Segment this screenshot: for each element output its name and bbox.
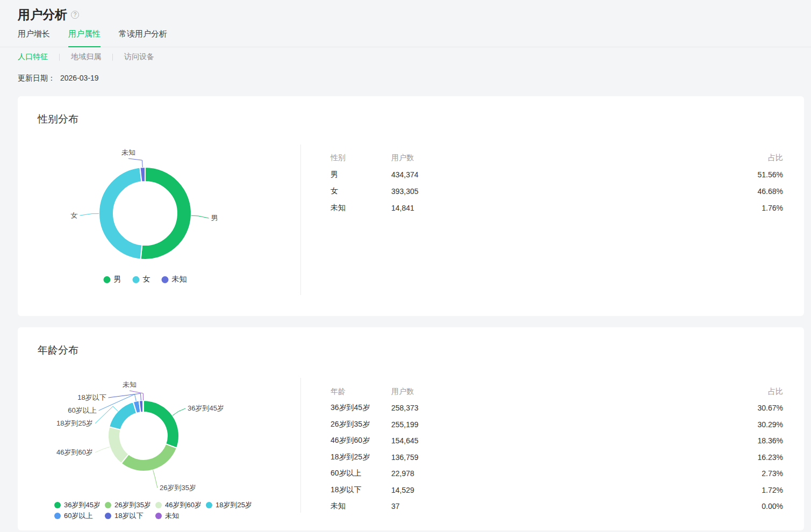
legend-label: 18岁到25岁 — [216, 500, 252, 510]
tab-user-attributes[interactable]: 用户属性 — [68, 29, 101, 47]
legend-label: 18岁以下 — [114, 511, 143, 521]
legend-item-26to35[interactable]: 26岁到35岁 — [105, 500, 155, 510]
col-gender: 性别 — [331, 153, 391, 163]
gender-donut-svg[interactable] — [18, 128, 300, 316]
table-row: 未知 37 0.00% — [331, 498, 783, 515]
legend-item-female[interactable]: 女 — [133, 275, 150, 284]
legend-dot — [155, 513, 162, 519]
age-card-title: 年龄分布 — [38, 343, 78, 357]
pie-label-unknown: 未知 — [121, 148, 135, 157]
tab-bar: 用户增长 用户属性 常读用户分析 — [0, 29, 811, 47]
legend-label: 未知 — [165, 511, 179, 521]
col-ratio: 占比 — [768, 153, 783, 163]
legend-item-under18[interactable]: 18岁以下 — [105, 511, 155, 521]
legend-item-over60[interactable]: 60岁以上 — [54, 511, 105, 521]
age-legend: 36岁到45岁 26岁到35岁 46岁到60岁 18岁到25岁 60岁以上 18… — [54, 500, 256, 521]
legend-label: 男 — [114, 275, 121, 284]
age-table: 年龄 用户数 占比 36岁到45岁 258,373 30.67% 26岁到35岁… — [301, 360, 804, 530]
legend-dot — [105, 513, 111, 519]
gender-donut-chart[interactable]: 未知 女 男 男 女 未知 — [18, 128, 300, 316]
divider — [112, 54, 113, 61]
legend-dot — [54, 513, 61, 519]
pie-label-26to35: 26岁到35岁 — [160, 483, 196, 493]
age-donut-chart[interactable]: 未知 18岁以下 60岁以上 18岁到25岁 46岁到60岁 26岁到35岁 3… — [18, 360, 300, 530]
table-header: 性别 用户数 占比 — [331, 150, 783, 166]
col-users: 用户数 — [391, 387, 768, 397]
tab-user-growth[interactable]: 用户增长 — [18, 29, 50, 47]
legend-item-unknown[interactable]: 未知 — [155, 511, 206, 521]
table-row: 18岁到25岁 136,759 16.23% — [331, 449, 783, 466]
update-date-row: 更新日期：2026-03-19 — [0, 74, 811, 83]
divider — [59, 54, 60, 61]
pie-label-over60: 60岁以上 — [68, 406, 96, 415]
subnav-region[interactable]: 地域归属 — [71, 52, 101, 62]
legend-label: 26岁到35岁 — [114, 500, 151, 510]
gender-legend: 男 女 未知 — [104, 275, 187, 284]
page-title: 用户分析 — [18, 7, 67, 22]
table-row: 男 434,374 51.56% — [331, 166, 783, 183]
legend-dot — [162, 276, 169, 283]
legend-dot — [104, 276, 111, 283]
legend-dot — [54, 502, 61, 508]
subnav: 人口特征 地域归属 访问设备 — [0, 52, 811, 62]
table-row: 36岁到45岁 258,373 30.67% — [331, 400, 783, 416]
subnav-demographics[interactable]: 人口特征 — [18, 52, 48, 62]
subnav-devices[interactable]: 访问设备 — [124, 52, 154, 62]
legend-dot — [133, 276, 140, 283]
table-row: 60岁以上 22,978 2.73% — [331, 465, 783, 482]
pie-label-18to25: 18岁到25岁 — [56, 419, 93, 428]
age-distribution-card: 年龄分布 未知 18岁以下 60岁以上 18岁到25岁 46岁到60岁 26岁到… — [18, 327, 804, 530]
gender-card-title: 性别分布 — [38, 112, 78, 126]
legend-item-36to45[interactable]: 36岁到45岁 — [54, 500, 105, 510]
legend-item-18to25[interactable]: 18岁到25岁 — [206, 500, 256, 510]
col-users: 用户数 — [391, 153, 768, 163]
legend-dot — [155, 502, 162, 508]
pie-label-unknown: 未知 — [123, 380, 137, 390]
col-age: 年龄 — [331, 387, 391, 397]
pie-label-36to45: 36岁到45岁 — [188, 404, 224, 413]
pie-label-female: 女 — [71, 211, 78, 220]
pie-label-under18: 18岁以下 — [77, 393, 106, 402]
table-row: 女 393,305 46.68% — [331, 183, 783, 199]
gender-distribution-card: 性别分布 未知 女 男 男 女 未知 性别 用户数 占比 男 434,374 5… — [18, 96, 804, 316]
gender-table: 性别 用户数 占比 男 434,374 51.56% 女 393,305 46.… — [301, 128, 804, 316]
table-row: 未知 14,841 1.76% — [331, 199, 783, 216]
legend-label: 未知 — [172, 275, 187, 284]
update-date-value: 2026-03-19 — [60, 74, 99, 82]
pie-label-46to60: 46岁到60岁 — [56, 448, 93, 457]
table-row: 18岁以下 14,529 1.72% — [331, 482, 783, 499]
legend-item-unknown[interactable]: 未知 — [162, 275, 187, 284]
legend-label: 60岁以上 — [64, 511, 92, 521]
legend-label: 36岁到45岁 — [64, 500, 101, 510]
table-header: 年龄 用户数 占比 — [331, 384, 783, 400]
tab-frequent-reader-analysis[interactable]: 常读用户分析 — [119, 29, 167, 47]
legend-dot — [105, 502, 111, 508]
help-icon[interactable]: ? — [71, 11, 79, 19]
col-ratio: 占比 — [768, 387, 783, 397]
legend-item-male[interactable]: 男 — [104, 275, 121, 284]
table-row: 46岁到60岁 154,645 18.36% — [331, 433, 783, 449]
page-header: 用户分析 ? — [0, 0, 811, 22]
legend-label: 46岁到60岁 — [165, 500, 202, 510]
pie-label-male: 男 — [211, 213, 218, 223]
table-row: 26岁到35岁 255,199 30.29% — [331, 416, 783, 433]
legend-item-46to60[interactable]: 46岁到60岁 — [155, 500, 206, 510]
update-date-label: 更新日期： — [18, 74, 55, 82]
legend-label: 女 — [143, 275, 150, 284]
legend-dot — [206, 502, 212, 508]
